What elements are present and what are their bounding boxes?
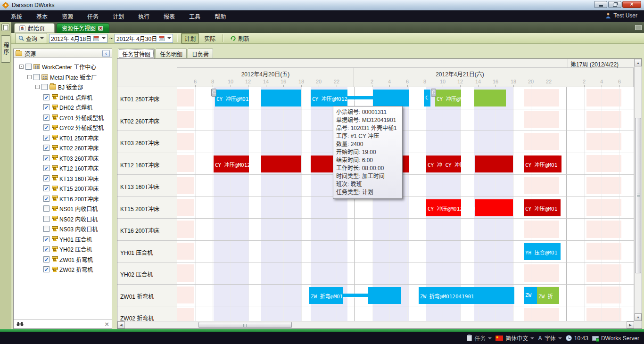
task-bar[interactable] [261, 156, 301, 172]
tree-checkbox[interactable]: ✓ [43, 104, 50, 110]
tree-expand-icon[interactable]: - [27, 75, 32, 79]
tree-checkbox[interactable] [43, 226, 50, 232]
tree-node[interactable]: ✓KT12 160T冲床 [43, 163, 99, 173]
close-button[interactable]: × [622, 1, 641, 8]
menu-item-1[interactable]: 系统 [4, 10, 29, 22]
menu-item-6[interactable]: 执行 [131, 10, 157, 22]
tree-node[interactable]: ✓YH01 压合机 [43, 234, 92, 244]
tree-node[interactable]: -BJ 钣金部 [35, 82, 83, 92]
tree-node[interactable]: ✓GY02 外桶成型机 [43, 123, 104, 132]
scroll-right-icon[interactable]: ▶ [627, 321, 634, 328]
scroll-up-icon[interactable]: ▲ [635, 59, 642, 66]
tree-checkbox[interactable] [41, 84, 48, 90]
status-item-clock[interactable]: 10:43 [566, 335, 588, 342]
task-bar[interactable]: ZW 折弯@MO12041901 [419, 287, 514, 304]
binoculars-icon[interactable] [17, 321, 24, 327]
vertical-scrollbar[interactable]: ▲ ▼ [634, 59, 642, 321]
tree-checkbox[interactable] [33, 74, 40, 80]
tree-checkbox[interactable]: ✓ [43, 94, 50, 100]
vertical-scroll-thumb[interactable] [635, 118, 641, 273]
horizontal-scrollbar[interactable]: ◀ ▶ [117, 321, 634, 328]
tree-node[interactable]: ✓KT01 250T冲床 [43, 133, 99, 143]
menu-item-9[interactable]: 帮助 [207, 10, 233, 22]
status-item-fontA[interactable]: A字体 [538, 334, 562, 342]
status-item-flag[interactable]: 简体中文 [495, 334, 534, 342]
scroll-down-icon[interactable]: ▼ [635, 313, 642, 321]
task-bar[interactable] [475, 199, 513, 216]
horizontal-scroll-thumb[interactable] [198, 322, 292, 328]
task-bar[interactable]: CY 冲压@MO12041903 [426, 199, 461, 216]
task-bar[interactable] [347, 96, 373, 99]
setup-marker[interactable]: C [211, 89, 216, 97]
task-bar[interactable] [261, 90, 301, 106]
tree-node[interactable]: ✓KT13 160T冲床 [43, 173, 99, 183]
scroll-left-icon[interactable]: ◀ [117, 321, 125, 328]
menu-item-4[interactable]: 任务 [80, 10, 106, 22]
menu-item-3[interactable]: 资源 [55, 10, 80, 22]
status-item-clipboard[interactable]: 任务 [467, 334, 492, 342]
tree-node[interactable]: NS01 内收口机 [43, 204, 98, 213]
tree-node[interactable]: ✓ZW02 折弯机 [43, 264, 93, 274]
dropdown-caret-icon[interactable] [558, 337, 562, 339]
status-item-server[interactable]: DWorks Server [592, 335, 639, 342]
tree-node[interactable]: NS03 内收口机 [43, 224, 98, 234]
tabstrip-panel-icon[interactable] [635, 25, 642, 30]
task-bar[interactable] [475, 156, 513, 172]
tree-checkbox[interactable]: ✓ [43, 135, 50, 141]
date-from-caret-icon[interactable] [102, 37, 106, 39]
chart-view-tab-2[interactable]: 任务明细 [156, 49, 187, 58]
task-bar[interactable]: YH 压合@MO1 [524, 243, 561, 260]
tree-checkbox[interactable]: ✓ [43, 115, 50, 121]
tree-checkbox[interactable]: ✓ [43, 266, 50, 272]
tree-checkbox[interactable]: ✓ [43, 246, 50, 252]
chart-view-tab-3[interactable]: 日负荷 [188, 49, 213, 58]
tree-checkbox[interactable]: ✓ [43, 155, 50, 161]
task-bar[interactable]: CY 冲压@MO12041904 [214, 156, 249, 172]
restore-button[interactable] [608, 1, 621, 8]
user-area[interactable]: Test User [605, 12, 637, 19]
tree-checkbox[interactable]: ✓ [43, 165, 50, 171]
collapse-panel-button[interactable]: ‹ [102, 50, 110, 57]
dropdown-caret-icon[interactable] [530, 337, 534, 339]
query-button[interactable]: 查询 [15, 33, 47, 44]
tree-node[interactable]: ✓KT03 260T冲床 [43, 153, 99, 163]
refresh-button[interactable]: 刷新 [227, 33, 253, 44]
calendar-icon[interactable] [159, 36, 165, 41]
tree-node[interactable]: ✓KT16 200T冲床 [43, 194, 99, 204]
tab-resource-task-view[interactable]: 资源任务视图 × [57, 23, 109, 33]
task-bar[interactable] [373, 90, 409, 106]
tree-node[interactable]: ✓DH01 点焊机 [43, 92, 92, 102]
task-bar[interactable]: CY 冲压@MO1 [524, 156, 561, 172]
tree-node[interactable]: ✓KT02 260T冲床 [43, 143, 99, 153]
tree-checkbox[interactable]: ✓ [43, 196, 50, 202]
date-to-field[interactable]: 2012年 4月30日 [115, 34, 173, 43]
tree-checkbox[interactable]: ✓ [43, 185, 50, 191]
tree-checkbox[interactable] [43, 205, 50, 212]
tree-node[interactable]: ✓YH02 压合机 [43, 244, 92, 254]
menu-item-2[interactable]: 基本 [29, 10, 55, 22]
task-bar[interactable] [343, 294, 368, 297]
actual-toggle-button[interactable]: 实际 [201, 33, 219, 44]
minimize-button[interactable] [594, 1, 607, 8]
tree-node[interactable]: NS02 内收口机 [43, 214, 98, 224]
dock-windows-icon[interactable] [1, 24, 9, 31]
task-bar[interactable]: CY 冲 CY 冲压@MO12041904 [426, 156, 461, 172]
tree-node[interactable]: ✓DH02 点焊机 [43, 102, 92, 112]
tree-checkbox[interactable]: ✓ [43, 256, 50, 262]
menu-item-8[interactable]: 工具 [182, 10, 207, 22]
tab-home[interactable]: 起始页 [14, 23, 55, 33]
tree-checkbox[interactable] [43, 216, 50, 222]
task-bar[interactable]: CY 冲压@MO12041901 [311, 90, 347, 106]
tree-expand-icon[interactable]: - [19, 65, 24, 69]
collapsed-panel-tab[interactable]: 程序 [1, 35, 10, 63]
task-bar[interactable]: C [424, 90, 430, 106]
tree-checkbox[interactable]: ✓ [43, 124, 50, 131]
date-to-caret-icon[interactable] [167, 37, 171, 39]
task-bar[interactable]: CY 冲压@MO12041901 [215, 90, 249, 106]
menu-item-5[interactable]: 计划 [106, 10, 131, 22]
task-bar[interactable]: ZW 折弯@MO12041901 [309, 287, 343, 304]
menu-item-7[interactable]: 报表 [157, 10, 182, 22]
task-bar[interactable]: CY 冲压@MO12041902 [435, 90, 461, 106]
task-bar[interactable]: ZW 折 [537, 287, 559, 304]
tab-close-icon[interactable]: × [98, 26, 103, 31]
